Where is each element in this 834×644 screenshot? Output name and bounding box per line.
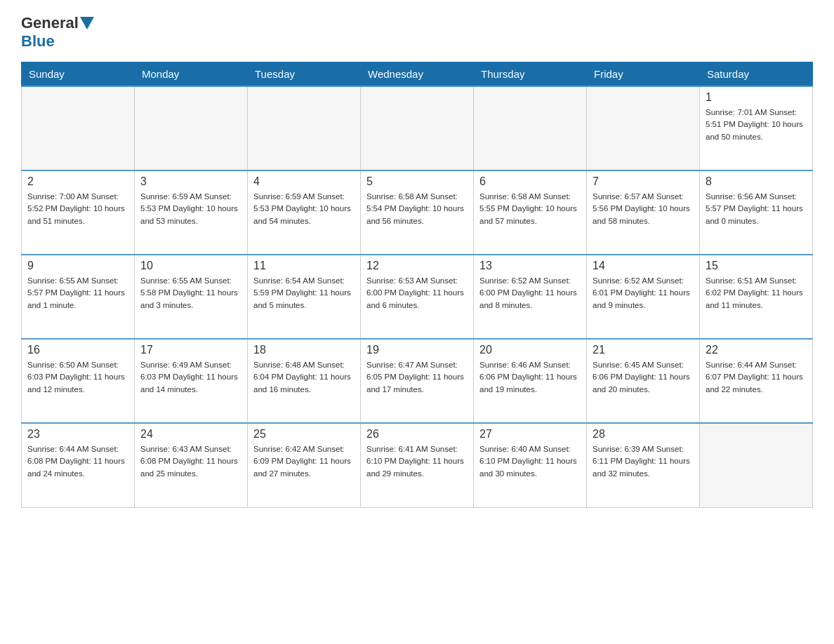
calendar-cell: 17Sunrise: 6:49 AM Sunset: 6:03 PM Dayli… <box>135 339 248 423</box>
day-number: 23 <box>27 428 128 441</box>
day-number: 15 <box>706 260 807 272</box>
calendar-cell: 25Sunrise: 6:42 AM Sunset: 6:09 PM Dayli… <box>248 423 361 507</box>
calendar-cell: 2Sunrise: 7:00 AM Sunset: 5:52 PM Daylig… <box>22 170 135 255</box>
calendar-cell: 4Sunrise: 6:59 AM Sunset: 5:53 PM Daylig… <box>248 170 361 255</box>
day-number: 2 <box>27 175 128 188</box>
day-number: 25 <box>253 428 355 441</box>
calendar-cell: 22Sunrise: 6:44 AM Sunset: 6:07 PM Dayli… <box>700 339 813 423</box>
day-number: 7 <box>593 175 694 188</box>
day-info: Sunrise: 6:58 AM Sunset: 5:55 PM Dayligh… <box>479 191 581 227</box>
column-header-thursday: Thursday <box>474 62 587 87</box>
calendar-cell: 19Sunrise: 6:47 AM Sunset: 6:05 PM Dayli… <box>361 339 474 423</box>
calendar-cell: 9Sunrise: 6:55 AM Sunset: 5:57 PM Daylig… <box>22 255 135 339</box>
day-info: Sunrise: 7:00 AM Sunset: 5:52 PM Dayligh… <box>27 191 128 227</box>
column-header-wednesday: Wednesday <box>361 62 474 87</box>
calendar-cell <box>361 86 474 170</box>
calendar-cell: 14Sunrise: 6:52 AM Sunset: 6:01 PM Dayli… <box>587 255 700 339</box>
day-info: Sunrise: 6:45 AM Sunset: 6:06 PM Dayligh… <box>593 359 694 396</box>
day-number: 19 <box>366 344 468 356</box>
day-number: 6 <box>479 175 581 188</box>
day-number: 28 <box>593 428 694 441</box>
calendar-cell: 6Sunrise: 6:58 AM Sunset: 5:55 PM Daylig… <box>474 170 587 255</box>
day-info: Sunrise: 6:40 AM Sunset: 6:10 PM Dayligh… <box>479 443 581 480</box>
page-header: General Blue <box>21 14 813 51</box>
day-number: 11 <box>253 260 355 272</box>
day-number: 26 <box>366 428 468 441</box>
day-info: Sunrise: 6:41 AM Sunset: 6:10 PM Dayligh… <box>366 443 468 480</box>
day-info: Sunrise: 6:50 AM Sunset: 6:03 PM Dayligh… <box>27 359 128 396</box>
day-number: 1 <box>706 91 807 104</box>
calendar-cell: 7Sunrise: 6:57 AM Sunset: 5:56 PM Daylig… <box>587 170 700 255</box>
day-number: 21 <box>593 344 694 356</box>
calendar-cell: 27Sunrise: 6:40 AM Sunset: 6:10 PM Dayli… <box>474 423 587 507</box>
day-number: 14 <box>593 260 694 272</box>
calendar-table: SundayMondayTuesdayWednesdayThursdayFrid… <box>21 62 813 508</box>
day-number: 17 <box>140 344 241 356</box>
calendar-cell: 1Sunrise: 7:01 AM Sunset: 5:51 PM Daylig… <box>700 86 813 170</box>
day-number: 8 <box>706 175 807 188</box>
day-info: Sunrise: 6:55 AM Sunset: 5:58 PM Dayligh… <box>140 275 241 311</box>
calendar-cell: 13Sunrise: 6:52 AM Sunset: 6:00 PM Dayli… <box>474 255 587 339</box>
day-info: Sunrise: 6:42 AM Sunset: 6:09 PM Dayligh… <box>253 443 355 480</box>
day-info: Sunrise: 6:47 AM Sunset: 6:05 PM Dayligh… <box>366 359 468 396</box>
calendar-cell <box>474 86 587 170</box>
column-header-saturday: Saturday <box>700 62 813 87</box>
day-number: 4 <box>253 175 355 188</box>
day-number: 24 <box>140 428 241 441</box>
calendar-cell <box>700 423 813 507</box>
column-header-tuesday: Tuesday <box>248 62 361 87</box>
day-number: 9 <box>27 260 128 272</box>
week-row-4: 16Sunrise: 6:50 AM Sunset: 6:03 PM Dayli… <box>22 339 813 423</box>
column-header-sunday: Sunday <box>22 62 135 87</box>
day-info: Sunrise: 6:57 AM Sunset: 5:56 PM Dayligh… <box>593 191 694 227</box>
week-row-2: 2Sunrise: 7:00 AM Sunset: 5:52 PM Daylig… <box>22 170 813 255</box>
logo-general-text: General <box>21 14 79 32</box>
day-info: Sunrise: 6:52 AM Sunset: 6:00 PM Dayligh… <box>479 275 581 311</box>
week-row-1: 1Sunrise: 7:01 AM Sunset: 5:51 PM Daylig… <box>22 86 813 170</box>
calendar-cell <box>135 86 248 170</box>
day-number: 27 <box>479 428 581 441</box>
logo-triangle-icon <box>80 17 94 29</box>
day-info: Sunrise: 6:53 AM Sunset: 6:00 PM Dayligh… <box>366 275 468 311</box>
week-row-5: 23Sunrise: 6:44 AM Sunset: 6:08 PM Dayli… <box>22 423 813 507</box>
day-number: 20 <box>479 344 581 356</box>
day-info: Sunrise: 6:39 AM Sunset: 6:11 PM Dayligh… <box>593 443 694 480</box>
day-info: Sunrise: 6:46 AM Sunset: 6:06 PM Dayligh… <box>479 359 581 396</box>
calendar-cell: 26Sunrise: 6:41 AM Sunset: 6:10 PM Dayli… <box>361 423 474 507</box>
day-info: Sunrise: 6:55 AM Sunset: 5:57 PM Dayligh… <box>27 275 128 311</box>
calendar-cell: 10Sunrise: 6:55 AM Sunset: 5:58 PM Dayli… <box>135 255 248 339</box>
day-info: Sunrise: 6:44 AM Sunset: 6:08 PM Dayligh… <box>27 443 128 480</box>
calendar-cell: 3Sunrise: 6:59 AM Sunset: 5:53 PM Daylig… <box>135 170 248 255</box>
calendar-cell <box>248 86 361 170</box>
day-info: Sunrise: 7:01 AM Sunset: 5:51 PM Dayligh… <box>706 107 807 143</box>
calendar-cell <box>587 86 700 170</box>
calendar-cell: 24Sunrise: 6:43 AM Sunset: 6:08 PM Dayli… <box>135 423 248 507</box>
calendar-header-row: SundayMondayTuesdayWednesdayThursdayFrid… <box>22 62 813 87</box>
day-number: 18 <box>253 344 355 356</box>
day-info: Sunrise: 6:44 AM Sunset: 6:07 PM Dayligh… <box>706 359 807 396</box>
day-info: Sunrise: 6:43 AM Sunset: 6:08 PM Dayligh… <box>140 443 241 480</box>
day-number: 5 <box>366 175 468 188</box>
calendar-cell: 11Sunrise: 6:54 AM Sunset: 5:59 PM Dayli… <box>248 255 361 339</box>
day-number: 12 <box>366 260 468 272</box>
column-header-friday: Friday <box>587 62 700 87</box>
calendar-cell: 8Sunrise: 6:56 AM Sunset: 5:57 PM Daylig… <box>700 170 813 255</box>
calendar-cell: 20Sunrise: 6:46 AM Sunset: 6:06 PM Dayli… <box>474 339 587 423</box>
day-number: 3 <box>140 175 241 188</box>
calendar-cell: 12Sunrise: 6:53 AM Sunset: 6:00 PM Dayli… <box>361 255 474 339</box>
day-info: Sunrise: 6:52 AM Sunset: 6:01 PM Dayligh… <box>593 275 694 311</box>
day-number: 10 <box>140 260 241 272</box>
logo-blue-text: Blue <box>21 32 55 51</box>
week-row-3: 9Sunrise: 6:55 AM Sunset: 5:57 PM Daylig… <box>22 255 813 339</box>
day-info: Sunrise: 6:51 AM Sunset: 6:02 PM Dayligh… <box>706 275 807 311</box>
day-info: Sunrise: 6:49 AM Sunset: 6:03 PM Dayligh… <box>140 359 241 396</box>
day-info: Sunrise: 6:54 AM Sunset: 5:59 PM Dayligh… <box>253 275 355 311</box>
day-number: 22 <box>706 344 807 356</box>
day-info: Sunrise: 6:56 AM Sunset: 5:57 PM Dayligh… <box>706 191 807 227</box>
calendar-cell: 15Sunrise: 6:51 AM Sunset: 6:02 PM Dayli… <box>700 255 813 339</box>
calendar-cell <box>22 86 135 170</box>
day-info: Sunrise: 6:59 AM Sunset: 5:53 PM Dayligh… <box>253 191 355 227</box>
logo: General Blue <box>21 14 95 51</box>
column-header-monday: Monday <box>135 62 248 87</box>
day-info: Sunrise: 6:48 AM Sunset: 6:04 PM Dayligh… <box>253 359 355 396</box>
